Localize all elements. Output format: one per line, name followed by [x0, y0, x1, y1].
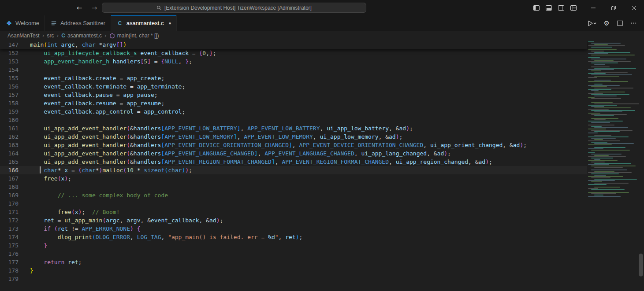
line-number[interactable]: 153 — [0, 57, 19, 66]
toggle-secondary-sidebar-button[interactable] — [555, 0, 567, 15]
line-number[interactable]: 152 — [0, 49, 19, 57]
line-content[interactable]: return ret; — [19, 258, 587, 266]
line-number[interactable]: 172 — [0, 216, 19, 225]
line-content[interactable]: ui_app_add_event_handler(&handlers[APP_E… — [19, 141, 587, 149]
line-number[interactable]: 171 — [0, 208, 19, 216]
code-line[interactable]: 163 ui_app_add_event_handler(&handlers[A… — [0, 141, 587, 149]
line-content[interactable]: ui_app_add_event_handler(&handlers[APP_E… — [19, 124, 587, 133]
line-content[interactable]: free(x); — [19, 174, 587, 183]
line-content[interactable]: event_callback.create = app_create; — [19, 74, 587, 82]
line-content[interactable]: main(int argc, char *argv[]) — [19, 41, 587, 49]
line-number[interactable]: 173 — [0, 225, 19, 233]
breadcrumb-item-src[interactable]: src — [47, 33, 54, 39]
line-content[interactable]: if (ret != APP_ERROR_NONE) { — [19, 225, 587, 233]
code-line[interactable]: 157 event_callback.pause = app_pause; — [0, 91, 587, 99]
code-line[interactable]: 161 ui_app_add_event_handler(&handlers[A… — [0, 124, 587, 133]
line-content[interactable]: event_callback.pause = app_pause; — [19, 91, 587, 99]
line-content[interactable]: event_callback.app_control = app_control… — [19, 107, 587, 116]
more-actions-button[interactable] — [630, 20, 637, 26]
restore-button[interactable] — [603, 0, 624, 15]
sticky-scroll-line[interactable]: 147main(int argc, char *argv[]) — [0, 41, 587, 49]
line-content[interactable]: ret = ui_app_main(argc, argv, &event_cal… — [19, 216, 587, 225]
line-number[interactable]: 167 — [0, 174, 19, 183]
toggle-primary-sidebar-button[interactable] — [530, 0, 543, 15]
code-line[interactable]: 167 free(x); — [0, 174, 587, 183]
line-number[interactable]: 147 — [0, 41, 19, 49]
line-content[interactable]: event_callback.resume = app_resume; — [19, 99, 587, 107]
code-line[interactable]: 154 — [0, 66, 587, 74]
minimap[interactable] — [586, 41, 638, 291]
back-button[interactable]: ← — [74, 3, 85, 13]
line-content[interactable]: ui_app_lifecycle_callback_s event_callba… — [19, 49, 587, 57]
line-content[interactable]: char* x = (char*)malloc(10 * sizeof(char… — [19, 166, 587, 174]
line-number[interactable]: 155 — [0, 74, 19, 82]
code-line[interactable]: 160 — [0, 116, 587, 124]
line-number[interactable]: 166 — [0, 166, 19, 174]
vertical-scrollbar[interactable] — [638, 41, 644, 291]
code-line[interactable]: 153 app_event_handler_h handlers[5] = {N… — [0, 57, 587, 66]
line-number[interactable]: 175 — [0, 241, 19, 250]
line-content[interactable]: event_callback.terminate = app_terminate… — [19, 82, 587, 91]
line-content[interactable]: free(x); // Boom! — [19, 208, 587, 216]
line-number[interactable]: 168 — [0, 183, 19, 191]
code-line[interactable]: 172 ret = ui_app_main(argc, argv, &event… — [0, 216, 587, 225]
command-center[interactable]: [Extension Development Host] TizenWorksp… — [102, 3, 366, 13]
code-line[interactable]: 177 return ret; — [0, 258, 587, 266]
code-line[interactable]: 156 event_callback.terminate = app_termi… — [0, 82, 587, 91]
line-content[interactable] — [19, 275, 587, 283]
line-number[interactable]: 164 — [0, 149, 19, 158]
editor-pane[interactable]: 147main(int argc, char *argv[]) 152 ui_a… — [0, 41, 644, 291]
line-number[interactable]: 159 — [0, 107, 19, 116]
code-line[interactable]: 168 — [0, 183, 587, 191]
line-number[interactable]: 160 — [0, 116, 19, 124]
line-number[interactable]: 170 — [0, 199, 19, 208]
code-line[interactable]: 159 event_callback.app_control = app_con… — [0, 107, 587, 116]
line-content[interactable]: ui_app_add_event_handler(&handlers[APP_E… — [19, 149, 587, 158]
line-number[interactable]: 174 — [0, 233, 19, 241]
line-number[interactable]: 178 — [0, 266, 19, 275]
split-editor-button[interactable] — [617, 20, 623, 26]
line-content[interactable] — [19, 183, 587, 191]
code-line[interactable]: 173 if (ret != APP_ERROR_NONE) { — [0, 225, 587, 233]
modified-dot-icon[interactable]: ● — [168, 21, 171, 26]
code-line[interactable]: 174 dlog_print(DLOG_ERROR, LOG_TAG, "app… — [0, 233, 587, 241]
run-or-debug-button[interactable] — [587, 20, 597, 27]
toggle-panel-button[interactable] — [543, 0, 555, 15]
breadcrumb-item-symbol[interactable]: main(int, char * []) — [109, 33, 159, 39]
code-line[interactable]: 147main(int argc, char *argv[]) — [0, 41, 587, 49]
code-line[interactable]: 158 event_callback.resume = app_resume; — [0, 99, 587, 107]
line-number[interactable]: 158 — [0, 99, 19, 107]
code-line[interactable]: 176 — [0, 250, 587, 258]
line-content[interactable]: // ... some complex body of code — [19, 191, 587, 199]
settings-gear-button[interactable]: ⚙ — [604, 19, 610, 27]
line-number[interactable]: 169 — [0, 191, 19, 199]
line-number[interactable]: 156 — [0, 82, 19, 91]
line-content[interactable] — [19, 116, 587, 124]
code-line[interactable]: 179 — [0, 275, 587, 283]
breadcrumb-item-project[interactable]: AsanManTest — [7, 33, 40, 39]
line-number[interactable]: 154 — [0, 66, 19, 74]
line-number[interactable]: 177 — [0, 258, 19, 266]
code-line[interactable]: 178} — [0, 266, 587, 275]
line-content[interactable]: ui_app_add_event_handler(&handlers[APP_E… — [19, 133, 587, 141]
tab-welcome[interactable]: Welcome — [0, 15, 45, 31]
tab-address-sanitizer[interactable]: Address Sanitizer — [45, 15, 111, 31]
line-number[interactable]: 165 — [0, 158, 19, 166]
code-line[interactable]: 162 ui_app_add_event_handler(&handlers[A… — [0, 133, 587, 141]
line-number[interactable]: 157 — [0, 91, 19, 99]
code-area[interactable]: 152 ui_app_lifecycle_callback_s event_ca… — [0, 49, 587, 283]
code-line[interactable]: 171 free(x); // Boom! — [0, 208, 587, 216]
line-number[interactable]: 163 — [0, 141, 19, 149]
line-content[interactable]: ui_app_add_event_handler(&handlers[APP_E… — [19, 158, 587, 166]
line-content[interactable] — [19, 199, 587, 208]
line-number[interactable]: 162 — [0, 133, 19, 141]
code-line[interactable]: 175 } — [0, 241, 587, 250]
code-line[interactable]: 155 event_callback.create = app_create; — [0, 74, 587, 82]
code-line[interactable]: 164 ui_app_add_event_handler(&handlers[A… — [0, 149, 587, 158]
code-line[interactable]: 166 char* x = (char*)malloc(10 * sizeof(… — [0, 166, 587, 174]
line-content[interactable]: app_event_handler_h handlers[5] = {NULL,… — [19, 57, 587, 66]
line-content[interactable] — [19, 250, 587, 258]
scrollbar-thumb[interactable] — [639, 254, 643, 276]
line-content[interactable]: } — [19, 266, 587, 275]
line-number[interactable]: 176 — [0, 250, 19, 258]
